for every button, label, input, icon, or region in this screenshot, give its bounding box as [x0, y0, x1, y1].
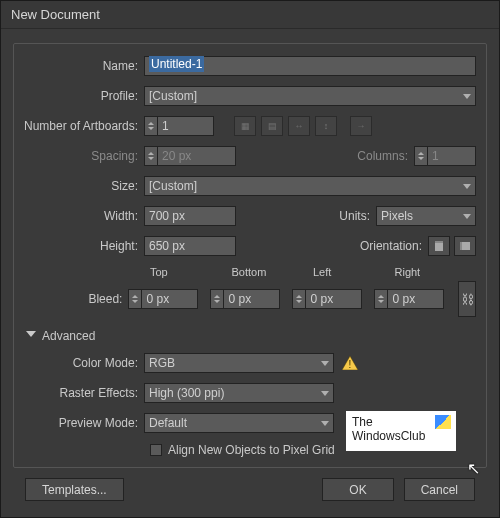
new-document-dialog: New Document Name: Untitled-1 Profile: […	[0, 0, 500, 518]
bleed-top-label: Top	[150, 266, 232, 278]
units-dropdown[interactable]: Pixels	[376, 206, 476, 226]
artboard-layout-icons: ▦ ▤ ↔ ↕ →	[234, 116, 372, 136]
color-mode-label: Color Mode:	[24, 356, 144, 370]
bleed-link-button[interactable]: ⛓	[458, 281, 476, 317]
bleed-right-input[interactable]	[388, 289, 444, 309]
columns-stepper[interactable]	[414, 146, 428, 166]
width-input[interactable]	[144, 206, 236, 226]
bleed-left-stepper[interactable]	[292, 289, 306, 309]
orientation-label: Orientation:	[360, 239, 428, 253]
name-label: Name:	[24, 59, 144, 73]
width-label: Width:	[24, 209, 144, 223]
triangle-down-icon	[26, 331, 36, 341]
svg-text:!: !	[349, 359, 352, 370]
bleed-top-stepper[interactable]	[128, 289, 142, 309]
orientation-landscape-button[interactable]	[454, 236, 476, 256]
spacing-label: Spacing:	[24, 149, 144, 163]
advanced-toggle[interactable]: Advanced	[26, 329, 476, 343]
height-label: Height:	[24, 239, 144, 253]
svg-rect-1	[435, 241, 443, 243]
main-panel: Name: Untitled-1 Profile: [Custom] Numbe…	[13, 43, 487, 468]
chevron-down-icon	[321, 421, 329, 426]
raster-effects-label: Raster Effects:	[24, 386, 144, 400]
size-dropdown[interactable]: [Custom]	[144, 176, 476, 196]
grid-rows-icon[interactable]: ▦	[234, 116, 256, 136]
raster-effects-dropdown[interactable]: High (300 ppi)	[144, 383, 334, 403]
window-title: New Document	[1, 1, 499, 29]
preview-mode-dropdown[interactable]: Default	[144, 413, 334, 433]
chevron-down-icon	[463, 184, 471, 189]
profile-label: Profile:	[24, 89, 144, 103]
artboards-input[interactable]	[158, 116, 214, 136]
preview-mode-label: Preview Mode:	[24, 416, 144, 430]
dialog-footer: Templates... OK Cancel	[13, 468, 487, 511]
warning-icon: !	[342, 356, 358, 370]
height-input[interactable]	[144, 236, 236, 256]
bleed-bottom-input[interactable]	[224, 289, 280, 309]
align-grid-label: Align New Objects to Pixel Grid	[168, 443, 335, 457]
chevron-down-icon	[321, 391, 329, 396]
artboards-label: Number of Artboards:	[24, 119, 144, 133]
arrow-right-icon[interactable]: →	[350, 116, 372, 136]
bleed-left-label: Left	[313, 266, 395, 278]
row-ltr-icon[interactable]: ↔	[288, 116, 310, 136]
bleed-label: Bleed:	[24, 292, 128, 306]
svg-rect-3	[460, 242, 462, 250]
bleed-left-input[interactable]	[306, 289, 362, 309]
watermark-logo: The WindowsClub	[346, 411, 456, 451]
chevron-down-icon	[463, 214, 471, 219]
bleed-bottom-stepper[interactable]	[210, 289, 224, 309]
size-label: Size:	[24, 179, 144, 193]
grid-cols-icon[interactable]: ▤	[261, 116, 283, 136]
align-grid-checkbox[interactable]	[150, 444, 162, 456]
bleed-top-input[interactable]	[142, 289, 198, 309]
orientation-portrait-button[interactable]	[428, 236, 450, 256]
spacing-stepper[interactable]	[144, 146, 158, 166]
columns-input[interactable]	[428, 146, 476, 166]
artboards-stepper[interactable]	[144, 116, 158, 136]
cancel-button[interactable]: Cancel	[404, 478, 475, 501]
templates-button[interactable]: Templates...	[25, 478, 124, 501]
name-input[interactable]: Untitled-1	[144, 56, 476, 76]
spacing-input[interactable]	[158, 146, 236, 166]
logo-square-icon	[435, 415, 451, 429]
advanced-label: Advanced	[42, 329, 95, 343]
chevron-down-icon	[463, 94, 471, 99]
chevron-down-icon	[321, 361, 329, 366]
bleed-right-stepper[interactable]	[374, 289, 388, 309]
columns-label: Columns:	[357, 149, 414, 163]
ok-button[interactable]: OK	[322, 478, 393, 501]
bleed-headers: Top Bottom Left Right	[150, 266, 476, 278]
profile-dropdown[interactable]: [Custom]	[144, 86, 476, 106]
bleed-bottom-label: Bottom	[232, 266, 314, 278]
row-rtl-icon[interactable]: ↕	[315, 116, 337, 136]
color-mode-dropdown[interactable]: RGB	[144, 353, 334, 373]
units-label: Units:	[339, 209, 376, 223]
bleed-right-label: Right	[395, 266, 477, 278]
